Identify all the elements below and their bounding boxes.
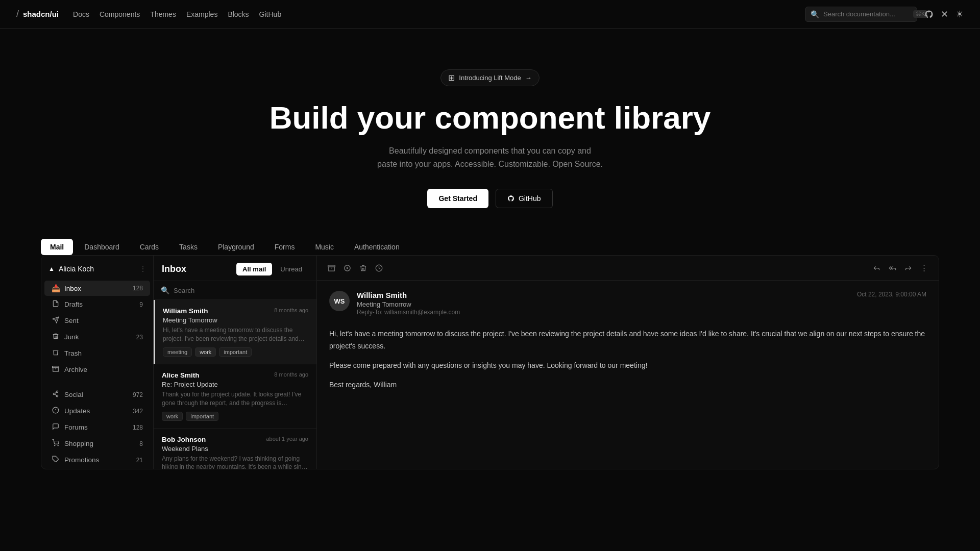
mail-subject: Re: Project Update — [162, 381, 308, 388]
sidebar-item-archive[interactable]: Archive — [44, 362, 150, 378]
sidebar-item-social[interactable]: Social 972 — [44, 387, 150, 403]
sidebar-sent-label: Sent — [64, 317, 79, 324]
mail-search: 🔍 — [154, 281, 316, 300]
updates-icon — [52, 407, 60, 415]
mail-item[interactable]: William Smith 8 months ago Meeting Tomor… — [154, 300, 316, 364]
mail-tag: work — [195, 347, 216, 357]
mail-content: ⋮ WS William Smith Meeting Tomorrow Repl… — [317, 256, 939, 469]
svg-point-6 — [56, 395, 58, 397]
archive-button[interactable] — [325, 262, 338, 274]
inbox-icon: 📥 — [52, 284, 60, 292]
hero-title: Build your component library — [270, 101, 711, 135]
mail-tag: work — [162, 412, 183, 421]
search-bar[interactable]: 🔍 ⌘K — [805, 7, 917, 22]
sidebar-item-trash[interactable]: Trash — [44, 345, 150, 361]
brand-logo[interactable]: / shadcn/ui — [16, 9, 59, 19]
mail-item[interactable]: Bob Johnson about 1 year ago Weekend Pla… — [154, 429, 316, 469]
sent-icon — [52, 316, 60, 325]
snooze-button[interactable] — [373, 262, 385, 274]
tab-playground[interactable]: Playground — [209, 239, 263, 255]
sidebar-item-junk[interactable]: Junk 23 — [44, 329, 150, 345]
nav-examples[interactable]: Examples — [186, 10, 217, 18]
sidebar-item-sent[interactable]: Sent — [44, 313, 150, 329]
nav-links: Docs Components Themes Examples Blocks G… — [73, 10, 281, 18]
sidebar-item-promotions[interactable]: Promotions 21 — [44, 452, 150, 468]
sender-avatar: WS — [329, 291, 350, 311]
hero-buttons: Get Started GitHub — [427, 189, 552, 208]
svg-point-12 — [55, 445, 55, 446]
filter-unread-button[interactable]: Unread — [274, 263, 308, 276]
sidebar-user[interactable]: ▲ Alicia Koch ⋮ — [41, 262, 153, 280]
filter-all-button[interactable]: All mail — [236, 263, 272, 276]
search-input[interactable] — [823, 10, 909, 18]
email-date: Oct 22, 2023, 9:00:00 AM — [857, 291, 926, 298]
sender-name: William Smith — [357, 291, 850, 299]
sidebar-item-drafts[interactable]: Drafts 9 — [44, 296, 150, 312]
mail-from-info: William Smith Meeting Tomorrow Reply-To:… — [357, 291, 850, 316]
sidebar-drafts-label: Drafts — [64, 300, 83, 308]
forward-button[interactable] — [902, 262, 915, 274]
tab-cards[interactable]: Cards — [131, 239, 168, 255]
tab-tasks[interactable]: Tasks — [170, 239, 207, 255]
forums-badge: 128 — [133, 424, 143, 431]
shopping-badge: 8 — [139, 440, 143, 447]
trash-icon — [52, 349, 60, 358]
mail-subject: Meeting Tomorrow — [163, 316, 308, 324]
junk-icon — [52, 333, 60, 341]
toolbar-left — [325, 262, 385, 274]
mail-from: Bob Johnson — [162, 436, 206, 443]
user-triangle-icon: ▲ — [48, 265, 55, 272]
brand-name: shadcn/ui — [23, 10, 59, 18]
nav-github[interactable]: GitHub — [259, 10, 282, 18]
sidebar-username: Alicia Koch — [59, 265, 94, 273]
sidebar-item-forums[interactable]: Forums 128 — [44, 419, 150, 435]
get-started-button[interactable]: Get Started — [427, 189, 488, 208]
tab-dashboard[interactable]: Dashboard — [75, 239, 129, 255]
svg-rect-2 — [53, 366, 59, 368]
mail-item[interactable]: Alice Smith 8 months ago Re: Project Upd… — [154, 364, 316, 429]
theme-toggle-btn[interactable]: ☀ — [955, 9, 964, 20]
mail-items: William Smith 8 months ago Meeting Tomor… — [154, 300, 316, 469]
mail-preview: Any plans for the weekend? I was thinkin… — [162, 455, 308, 469]
inbox-filter: All mail Unread — [236, 263, 308, 276]
mail-from: William Smith — [163, 307, 208, 315]
tab-mail[interactable]: Mail — [41, 239, 73, 255]
search-icon: 🔍 — [811, 10, 819, 18]
promotions-icon — [52, 456, 60, 464]
sidebar-main-items: 📥 Inbox 128 Drafts 9 — [41, 280, 153, 378]
sidebar-item-inbox[interactable]: 📥 Inbox 128 — [44, 281, 150, 296]
delete-button[interactable] — [357, 262, 370, 274]
sidebar-forums-label: Forums — [64, 423, 88, 431]
mail-sidebar: ▲ Alicia Koch ⋮ 📥 Inbox 128 — [41, 256, 154, 469]
email-body: Hi, let's have a meeting tomorrow to dis… — [329, 328, 926, 391]
more-options-button[interactable]: ⋮ — [918, 261, 930, 275]
promotions-badge: 21 — [136, 457, 143, 464]
tab-music[interactable]: Music — [306, 239, 343, 255]
twitter-icon-btn[interactable]: ✕ — [941, 9, 948, 20]
github-icon-btn[interactable] — [924, 10, 934, 19]
hero-badge[interactable]: ⊞ Introducing Lift Mode → — [440, 69, 539, 86]
email-body-p3: Best regards, William — [329, 379, 926, 391]
forums-icon — [52, 423, 60, 432]
inbox-badge: 128 — [133, 285, 143, 292]
hero-badge-label: Introducing Lift Mode — [459, 74, 521, 82]
nav-components[interactable]: Components — [100, 10, 140, 18]
mail-time: 8 months ago — [274, 307, 308, 315]
tab-authentication[interactable]: Authentication — [345, 239, 409, 255]
mail-tags: meeting work important — [163, 347, 308, 357]
mail-tags: work important — [162, 412, 308, 421]
nav-docs[interactable]: Docs — [73, 10, 89, 18]
tab-forms[interactable]: Forms — [265, 239, 304, 255]
sidebar-item-shopping[interactable]: Shopping 8 — [44, 436, 150, 452]
reply-all-button[interactable] — [886, 262, 899, 274]
social-badge: 972 — [133, 391, 143, 398]
github-button[interactable]: GitHub — [496, 189, 553, 208]
nav-blocks[interactable]: Blocks — [228, 10, 249, 18]
reply-button[interactable] — [870, 262, 883, 274]
mail-list-header: Inbox All mail Unread — [154, 256, 316, 281]
sidebar-item-updates[interactable]: Updates 342 — [44, 403, 150, 419]
mail-search-input[interactable] — [174, 287, 309, 294]
drafts-badge: 9 — [139, 301, 143, 308]
move-junk-button[interactable] — [341, 262, 354, 274]
nav-themes[interactable]: Themes — [150, 10, 176, 18]
